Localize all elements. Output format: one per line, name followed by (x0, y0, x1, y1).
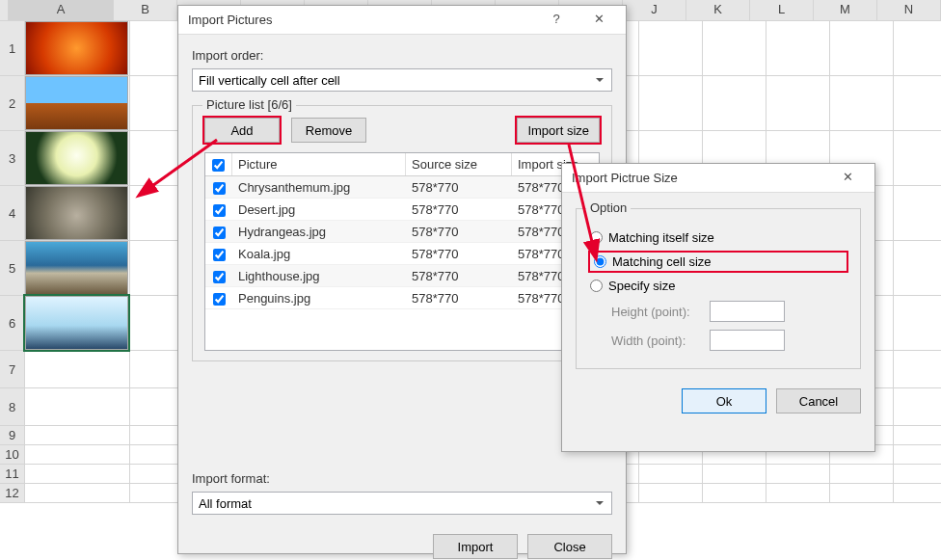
row-header[interactable]: 2 (0, 76, 25, 131)
import-picture-size-dialog: Import Pictrue Size ✕ Option Matching it… (561, 163, 875, 452)
cancel-button[interactable]: Cancel (776, 388, 861, 413)
cell-source-size: 578*770 (406, 269, 512, 283)
table-row[interactable]: Desert.jpg578*770578*770 (205, 199, 599, 221)
inserted-image[interactable] (25, 131, 128, 185)
cell-source-size: 578*770 (406, 180, 512, 195)
height-input[interactable] (710, 301, 785, 322)
picture-table: Picture Source size Import size Chrysant… (204, 152, 600, 351)
cell-picture: Penguins.jpg (232, 291, 406, 306)
picture-list-title: Picture list [6/6] (202, 97, 296, 112)
size-dialog-titlebar[interactable]: Import Pictrue Size ✕ (562, 164, 874, 193)
row-header[interactable]: 12 (0, 484, 25, 503)
radio-matching-cell-input[interactable] (594, 255, 606, 268)
row-checkbox[interactable] (213, 271, 226, 283)
import-size-button[interactable]: Import size (517, 118, 600, 143)
add-button[interactable]: Add (204, 118, 280, 143)
import-format-select[interactable]: All format (192, 492, 612, 515)
ok-button[interactable]: Ok (682, 388, 766, 413)
option-group: Option Matching itself size Matching cel… (576, 208, 861, 369)
table-header: Picture Source size Import size (205, 153, 599, 176)
row-header[interactable]: 1 (0, 21, 25, 76)
cell-source-size: 578*770 (406, 247, 512, 261)
import-format-label: Import format: (192, 471, 612, 486)
import-format-value: All format (199, 496, 252, 511)
radio-matching-self-input[interactable] (590, 231, 603, 244)
inserted-image[interactable] (25, 241, 128, 295)
width-input[interactable] (710, 330, 785, 351)
column-header[interactable]: M (814, 0, 877, 20)
column-header[interactable]: N (877, 0, 941, 20)
row-checkbox[interactable] (213, 249, 226, 261)
column-header[interactable]: K (686, 0, 750, 20)
dialog-titlebar[interactable]: Import Pictures ? ✕ (178, 6, 626, 35)
help-icon[interactable]: ? (535, 7, 578, 34)
radio-matching-cell[interactable]: Matching cell size (590, 253, 847, 271)
row-header[interactable]: 4 (0, 186, 25, 241)
row-header[interactable]: 11 (0, 465, 25, 484)
cell-picture: Chrysanthemum.jpg (232, 180, 406, 195)
table-row[interactable]: Chrysanthemum.jpg578*770578*770 (205, 176, 599, 199)
option-group-title: Option (586, 200, 631, 215)
inserted-image[interactable] (25, 21, 128, 75)
cell-source-size: 578*770 (406, 202, 512, 217)
cell-picture: Desert.jpg (232, 202, 406, 217)
close-icon[interactable]: ✕ (826, 165, 869, 192)
table-row[interactable]: Lighthouse.jpg578*770578*770 (205, 265, 599, 287)
select-all-checkbox[interactable] (212, 159, 225, 172)
row-header[interactable]: 10 (0, 445, 25, 465)
close-icon[interactable]: ✕ (578, 7, 620, 34)
import-order-select[interactable]: Fill vertically cell after cell (192, 68, 612, 92)
cell-source-size: 578*770 (406, 291, 512, 306)
radio-matching-self[interactable]: Matching itself size (590, 230, 847, 245)
remove-button[interactable]: Remove (291, 118, 366, 143)
row-header[interactable]: 8 (0, 388, 25, 426)
inserted-image[interactable] (25, 76, 128, 130)
row-header[interactable]: 3 (0, 131, 25, 186)
row-checkbox[interactable] (213, 227, 226, 239)
table-row[interactable]: Penguins.jpg578*770578*770 (205, 287, 599, 309)
import-order-value: Fill vertically cell after cell (199, 73, 340, 88)
column-header[interactable]: L (750, 0, 814, 20)
row-headers: 123456789101112 (0, 21, 25, 503)
row-header[interactable]: 5 (0, 241, 25, 296)
table-row[interactable]: Koala.jpg578*770578*770 (205, 243, 599, 265)
height-field: Height (point): (611, 301, 850, 322)
select-all-corner[interactable] (0, 0, 9, 20)
cell-picture: Lighthouse.jpg (232, 269, 406, 283)
import-pictures-dialog: Import Pictures ? ✕ Import order: Fill v… (177, 5, 627, 554)
inserted-image[interactable] (25, 296, 128, 350)
column-header[interactable]: J (623, 0, 686, 20)
import-button[interactable]: Import (433, 534, 518, 559)
cell-picture: Koala.jpg (232, 247, 406, 261)
radio-specify-size-input[interactable] (590, 280, 603, 292)
col-source-size[interactable]: Source size (406, 153, 512, 175)
picture-list-group: Picture list [6/6] Add Remove Import siz… (192, 105, 612, 361)
cell-source-size: 578*770 (406, 225, 512, 239)
row-header[interactable]: 6 (0, 296, 25, 351)
row-checkbox[interactable] (213, 204, 226, 217)
table-row[interactable]: Hydrangeas.jpg578*770578*770 (205, 221, 599, 243)
row-checkbox[interactable] (213, 182, 226, 195)
size-dialog-title: Import Pictrue Size (572, 171, 826, 185)
import-order-label: Import order: (192, 48, 612, 63)
dialog-title-text: Import Pictures (188, 13, 535, 27)
inserted-image[interactable] (25, 186, 128, 240)
column-header[interactable]: B (114, 0, 177, 20)
close-button[interactable]: Close (527, 534, 612, 559)
col-picture[interactable]: Picture (232, 153, 406, 175)
width-field: Width (point): (611, 330, 850, 351)
row-header[interactable]: 7 (0, 351, 25, 388)
radio-specify-size[interactable]: Specify size (590, 279, 847, 293)
cell-picture: Hydrangeas.jpg (232, 225, 406, 239)
row-header[interactable]: 9 (0, 426, 25, 445)
row-checkbox[interactable] (213, 293, 226, 306)
column-header[interactable]: A (9, 0, 114, 20)
